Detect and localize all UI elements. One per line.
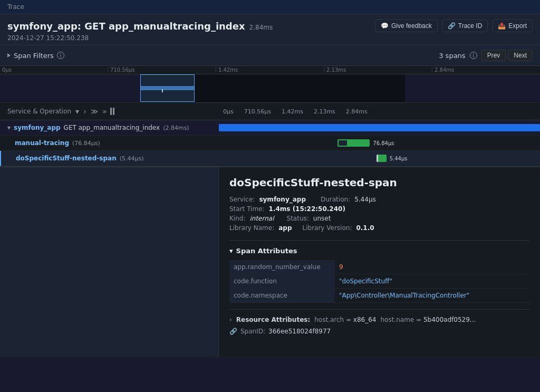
tick-2.13ms: 2.13ms (314, 108, 335, 115)
span-filters-label: Span Filters (14, 52, 54, 60)
dospecificstuff-service: doSpecificStuff-nested-span (16, 155, 117, 162)
attr-key-random: app.random_number_value (229, 260, 335, 274)
attr-key-function: code.function (229, 274, 335, 289)
spans-count: 3 spans (439, 52, 465, 60)
timeline-mini-view[interactable] (0, 74, 540, 102)
header-actions: 💬 Give feedback 🔗 Trace ID 📤 Export (375, 20, 533, 32)
duration-meta-value: 5.44μs (354, 196, 376, 203)
meta-kind-row: Kind: internal Status: unset (229, 215, 529, 222)
export-button[interactable]: 📤 Export (492, 20, 533, 32)
timeline-overview[interactable]: 0μs 710.56μs 1.42ms 2.13ms 2.84ms (0, 66, 540, 103)
span-attributes-label: Span Attributes (236, 247, 297, 255)
starttime-meta-value: 1.4ms (15:22:50.240) (269, 205, 345, 213)
dospecificstuff-timeline: 5.44μs (220, 151, 540, 166)
span-id-value: 366ee518024f8977 (268, 328, 331, 335)
status-meta-value: unset (313, 215, 331, 222)
table-row[interactable]: doSpecificStuff-nested-span (5.44μs) 5.4… (0, 151, 540, 166)
feedback-icon: 💬 (381, 22, 389, 30)
ruler-tick-4: 2.84ms (432, 67, 540, 73)
table-row[interactable]: ▾ symfony_app GET app_manualtracing_inde… (0, 120, 540, 136)
trace-id-button[interactable]: 🔗 Trace ID (442, 20, 488, 32)
dospecificstuff-span-label: 5.44μs (390, 156, 408, 161)
table-header: Service & Operation ▾ › ≫ » 0μs 710.56μs… (0, 103, 540, 120)
library-version-value: 0.1.0 (356, 224, 374, 232)
service-meta-label: Service: (229, 196, 255, 203)
root-span-bar (219, 124, 540, 131)
dospecificstuff-label: doSpecificStuff-nested-span (5.44μs) (1, 151, 220, 166)
duration-meta-label: Duration: (321, 196, 350, 203)
resource-attrs-label: Resource Attributes: (236, 316, 310, 323)
tick-1.42ms: 1.42ms (282, 108, 303, 115)
export-icon: 📤 (498, 22, 506, 30)
tick-2.84ms: 2.84ms (346, 108, 368, 115)
spans-count-area: 3 spans i Prev Next (439, 50, 533, 61)
root-row-label: ▾ symfony_app GET app_manualtracing_inde… (0, 120, 219, 135)
list-item: app.random_number_value 9 (229, 260, 529, 274)
status-meta-label: Status: (287, 215, 309, 222)
root-service-name: symfony_app (14, 124, 61, 131)
triple-chevron-ctrl[interactable]: » (101, 106, 108, 117)
trace-rows: ▾ symfony_app GET app_manualtracing_inde… (0, 120, 540, 166)
ruler-tick-1: 710.56μs (108, 67, 216, 73)
header-top: symfony_app: GET app_manualtracing_index… (7, 20, 533, 32)
divider (229, 240, 529, 241)
ruler-tick-2: 1.42ms (216, 67, 324, 73)
pause-icon (110, 108, 114, 115)
resource-attrs-chevron[interactable]: › (229, 316, 232, 323)
give-feedback-button[interactable]: 💬 Give feedback (375, 20, 438, 32)
starttime-meta-label: Start Time: (229, 205, 265, 213)
chevron-right-ctrl[interactable]: › (82, 106, 88, 117)
manual-tracing-span-label: 76.84μs (373, 140, 394, 146)
export-label: Export (508, 22, 527, 30)
divider-2 (229, 309, 529, 310)
list-item: code.function "doSpecificStuff" (229, 274, 529, 289)
detail-right-panel: doSpecificStuff-nested-span Service: sym… (219, 167, 540, 357)
ruler-tick-3: 2.13ms (324, 67, 432, 73)
kind-meta-value: internal (249, 215, 274, 222)
manual-tracing-label: manual-tracing (76.84μs) (0, 136, 219, 150)
attr-key-namespace: code.namespace (229, 289, 335, 303)
span-filters-chevron (7, 53, 11, 58)
manual-tracing-bar (338, 139, 370, 147)
filters-bar: Span Filters i 3 spans i Prev Next (0, 45, 540, 66)
span-attributes-header[interactable]: ▾ Span Attributes (229, 247, 529, 255)
table-row[interactable]: manual-tracing (76.84μs) 76.84μs (0, 136, 540, 151)
resource-attributes-row: › Resource Attributes: host.arch = x86_6… (229, 316, 529, 323)
service-operation-label: Service & Operation (7, 108, 71, 115)
table-controls: ▾ › ≫ » (74, 106, 114, 117)
meta-service-row: Service: symfony_app Duration: 5.44μs (229, 196, 529, 203)
attr-value-random: 9 (335, 260, 529, 274)
dospecificstuff-bar (377, 155, 386, 162)
detail-meta: Service: symfony_app Duration: 5.44μs St… (229, 196, 529, 232)
detail-span-title: doSpecificStuff-nested-span (229, 176, 529, 189)
library-name-label: Library Name: (229, 224, 274, 232)
trace-duration: 2.84ms (249, 24, 273, 31)
attributes-table: app.random_number_value 9 code.function … (229, 260, 529, 303)
dospecificstuff-duration: (5.44μs) (120, 155, 144, 162)
timeline-selection[interactable] (140, 74, 194, 102)
service-operation: symfony_app: GET app_manualtracing_index (7, 21, 245, 32)
double-chevron-down-ctrl[interactable]: ≫ (90, 106, 100, 117)
trace-timestamp: 2024-12-27 15:22:50.238 (7, 34, 533, 42)
span-id-label: SpanID: (240, 328, 265, 335)
meta-library-row: Library Name: app Library Version: 0.1.0 (229, 224, 529, 232)
kind-meta-label: Kind: (229, 215, 245, 222)
span-id-row: 🔗 SpanID: 366ee518024f8977 (229, 328, 529, 335)
prev-button[interactable]: Prev (481, 50, 506, 61)
ruler-tick-0: 0μs (0, 67, 108, 73)
attr-value-function: "doSpecificStuff" (335, 274, 529, 289)
list-item: code.namespace "App\Controller\ManualTra… (229, 289, 529, 303)
span-filters-toggle[interactable]: Span Filters i (7, 52, 64, 60)
root-collapse-icon[interactable]: ▾ (7, 124, 11, 131)
resource-host-name: host.name = 5b400adf0529... (381, 316, 476, 323)
top-bar-title: Trace (7, 3, 24, 11)
top-bar: Trace (0, 0, 540, 14)
timeline-ruler: 0μs 710.56μs 1.42ms 2.13ms 2.84ms (0, 66, 540, 74)
manual-tracing-duration: (76.84μs) (72, 140, 100, 147)
next-button[interactable]: Next (508, 50, 533, 61)
manual-tracing-service: manual-tracing (15, 139, 69, 147)
resource-host-arch: host.arch = x86_64 (314, 316, 376, 323)
span-id-link-icon: 🔗 (229, 328, 237, 335)
chevron-down-ctrl[interactable]: ▾ (74, 106, 80, 117)
detail-panel: doSpecificStuff-nested-span Service: sym… (0, 166, 540, 357)
